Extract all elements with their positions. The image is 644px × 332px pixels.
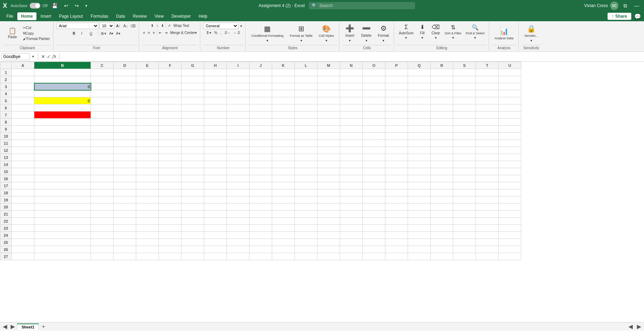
- percent-button[interactable]: %: [213, 30, 218, 35]
- table-cell[interactable]: [114, 154, 136, 161]
- row-header-23[interactable]: 23: [0, 225, 12, 232]
- table-cell[interactable]: [499, 218, 521, 225]
- table-cell[interactable]: [227, 239, 249, 246]
- table-cell[interactable]: [136, 97, 159, 104]
- table-cell[interactable]: [249, 239, 272, 246]
- table-cell[interactable]: [431, 104, 453, 111]
- table-cell[interactable]: [317, 76, 340, 83]
- table-cell[interactable]: [159, 239, 182, 246]
- table-cell[interactable]: [12, 232, 34, 239]
- col-header-D[interactable]: D: [114, 62, 136, 69]
- table-cell[interactable]: [136, 90, 159, 97]
- table-cell[interactable]: [476, 211, 499, 218]
- table-cell[interactable]: [227, 189, 249, 196]
- sidebar-item-developer[interactable]: Developer: [168, 12, 195, 20]
- table-cell[interactable]: [453, 225, 476, 232]
- table-cell[interactable]: [295, 140, 317, 147]
- col-header-U[interactable]: U: [499, 62, 521, 69]
- align-bottom-button[interactable]: ⬇: [160, 23, 165, 28]
- add-sheet-button[interactable]: +: [40, 323, 47, 331]
- table-cell[interactable]: [34, 218, 91, 225]
- row-header-18[interactable]: 18: [0, 189, 12, 196]
- table-cell[interactable]: [136, 140, 159, 147]
- table-cell[interactable]: [114, 126, 136, 133]
- table-cell[interactable]: [317, 196, 340, 204]
- comma-button[interactable]: ,: [219, 30, 222, 35]
- table-cell[interactable]: [159, 218, 182, 225]
- table-cell[interactable]: [249, 168, 272, 175]
- col-header-O[interactable]: O: [363, 62, 385, 69]
- table-cell[interactable]: [34, 204, 91, 211]
- table-cell[interactable]: [159, 104, 182, 111]
- table-cell[interactable]: [431, 253, 453, 260]
- table-cell[interactable]: [317, 147, 340, 154]
- table-cell[interactable]: [91, 225, 114, 232]
- table-cell[interactable]: [136, 211, 159, 218]
- table-cell[interactable]: [363, 140, 385, 147]
- table-cell[interactable]: [249, 147, 272, 154]
- table-cell[interactable]: [385, 133, 408, 140]
- table-cell[interactable]: [182, 196, 204, 204]
- table-cell[interactable]: [431, 126, 453, 133]
- table-cell[interactable]: [136, 175, 159, 182]
- table-cell[interactable]: [385, 232, 408, 239]
- table-cell[interactable]: [136, 253, 159, 260]
- table-cell[interactable]: [227, 83, 249, 90]
- table-cell[interactable]: [227, 253, 249, 260]
- table-cell[interactable]: [136, 111, 159, 119]
- font-color-button[interactable]: A▾: [115, 31, 121, 36]
- table-cell[interactable]: [340, 83, 363, 90]
- table-cell[interactable]: [363, 253, 385, 260]
- table-cell[interactable]: [204, 90, 227, 97]
- table-cell[interactable]: [363, 189, 385, 196]
- table-cell[interactable]: [136, 161, 159, 168]
- table-cell[interactable]: [34, 168, 91, 175]
- table-cell[interactable]: [453, 182, 476, 189]
- table-cell[interactable]: [204, 253, 227, 260]
- table-cell[interactable]: [317, 168, 340, 175]
- sidebar-item-home[interactable]: Home: [17, 12, 36, 20]
- table-cell[interactable]: [408, 246, 431, 253]
- table-cell[interactable]: [295, 154, 317, 161]
- decrease-font-button[interactable]: A↓: [122, 23, 129, 28]
- fill-color-button[interactable]: A▾: [108, 31, 114, 36]
- table-cell[interactable]: [408, 111, 431, 119]
- row-header-16[interactable]: 16: [0, 175, 12, 182]
- table-cell[interactable]: [363, 119, 385, 126]
- table-cell[interactable]: [476, 225, 499, 232]
- table-cell[interactable]: [159, 253, 182, 260]
- table-cell[interactable]: [453, 246, 476, 253]
- table-cell[interactable]: [317, 182, 340, 189]
- table-cell[interactable]: [114, 104, 136, 111]
- table-cell[interactable]: [182, 104, 204, 111]
- name-box-expand[interactable]: ▾: [31, 54, 35, 59]
- table-cell[interactable]: [408, 76, 431, 83]
- table-cell[interactable]: [249, 69, 272, 76]
- table-cell[interactable]: [249, 232, 272, 239]
- table-cell[interactable]: [363, 218, 385, 225]
- table-cell[interactable]: [249, 111, 272, 119]
- corner-header[interactable]: [0, 62, 12, 69]
- font-size-select[interactable]: 8910 11121416: [99, 23, 114, 29]
- table-cell[interactable]: [453, 126, 476, 133]
- table-cell[interactable]: [499, 140, 521, 147]
- table-cell[interactable]: [12, 196, 34, 204]
- table-cell[interactable]: [159, 225, 182, 232]
- table-cell[interactable]: [204, 154, 227, 161]
- table-cell[interactable]: [182, 69, 204, 76]
- table-cell[interactable]: [136, 133, 159, 140]
- table-cell[interactable]: [431, 168, 453, 175]
- table-cell[interactable]: [159, 232, 182, 239]
- table-cell[interactable]: [340, 218, 363, 225]
- table-cell[interactable]: [317, 140, 340, 147]
- table-cell[interactable]: [499, 168, 521, 175]
- table-cell[interactable]: [431, 182, 453, 189]
- table-cell[interactable]: [476, 90, 499, 97]
- table-cell[interactable]: [136, 204, 159, 211]
- table-cell[interactable]: [453, 76, 476, 83]
- table-cell[interactable]: [159, 133, 182, 140]
- table-cell[interactable]: [431, 211, 453, 218]
- table-cell[interactable]: [227, 246, 249, 253]
- table-cell[interactable]: [431, 161, 453, 168]
- table-cell[interactable]: [295, 133, 317, 140]
